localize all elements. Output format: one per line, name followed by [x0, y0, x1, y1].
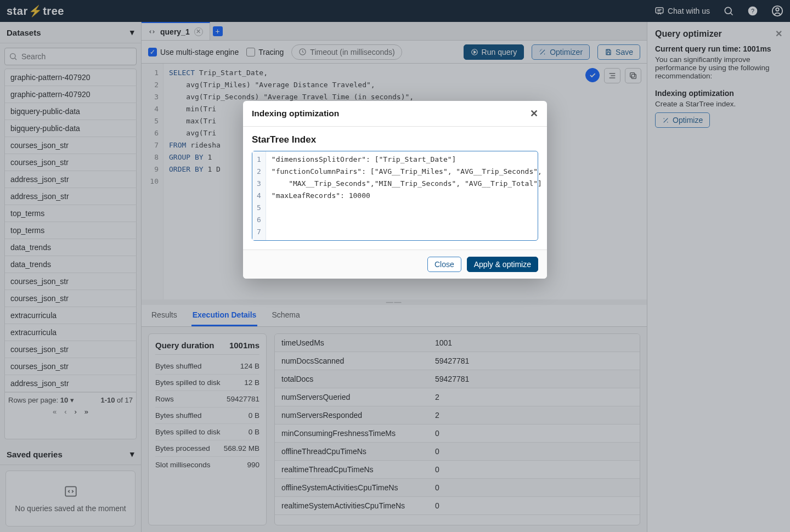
apply-optimize-button[interactable]: Apply & optimize — [467, 257, 538, 272]
json-editor[interactable]: 1234567 "dimensionsSplitOrder": ["Trip_S… — [252, 151, 538, 241]
indexing-modal: Indexing optimization ✕ StarTree Index 1… — [243, 101, 547, 279]
modal-title: Indexing optimization — [252, 109, 339, 118]
modal-subtitle: StarTree Index — [252, 134, 538, 145]
close-icon[interactable]: ✕ — [530, 107, 538, 120]
modal-overlay[interactable]: Indexing optimization ✕ StarTree Index 1… — [0, 0, 790, 532]
close-button[interactable]: Close — [427, 257, 461, 272]
